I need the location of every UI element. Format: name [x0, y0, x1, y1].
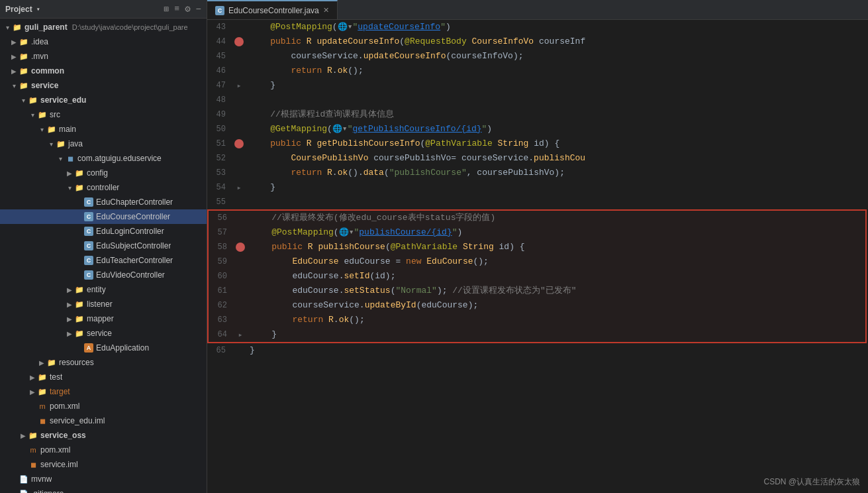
code-line-53: 53 return R.ok().data("publishCourse", c… — [207, 166, 868, 180]
watermark: CSDN @认真生活的灰太狼 — [763, 476, 860, 488]
code-editor[interactable]: 43 @PostMapping(🌐▾"updateCourseInfo") 44… — [207, 20, 868, 493]
project-dropdown-arrow[interactable]: ▾ — [36, 5, 40, 13]
sidebar-item-service-oss[interactable]: ▶ 📁 service_oss — [0, 428, 207, 443]
tab-bar: C EduCourseController.java ✕ — [207, 0, 868, 20]
code-line-55: 55 — [207, 195, 868, 209]
main-area: C EduCourseController.java ✕ 43 @PostMap… — [207, 0, 868, 493]
sidebar-item-service-edu-iml[interactable]: ◼ service_edu.iml — [0, 413, 207, 428]
sidebar-item-controller[interactable]: ▾ 📁 controller — [0, 180, 207, 195]
sidebar-item-pom-xml[interactable]: m pom.xml — [0, 399, 207, 413]
code-line-47: 47 ▸ } — [207, 78, 868, 93]
sidebar-item-config[interactable]: ▶ 📁 config — [0, 166, 207, 180]
sidebar-item-service-iml[interactable]: ◼ service.iml — [0, 457, 207, 472]
code-line-52: 52 CoursePublishVo coursePublishVo= cour… — [207, 151, 868, 166]
code-line-62: 62 courseService.updateById(eduCourse); — [209, 298, 865, 313]
sidebar-item-src[interactable]: ▾ 📁 src — [0, 107, 207, 122]
tab-edu-course-controller[interactable]: C EduCourseController.java ✕ — [207, 0, 338, 19]
sidebar-item-test[interactable]: ▶ 📁 test — [0, 370, 207, 384]
sidebar-item-entity[interactable]: ▶ 📁 entity — [0, 282, 207, 297]
sidebar-item-service-edu[interactable]: ▾ 📁 service_edu — [0, 93, 207, 107]
code-line-63: 63 return R.ok(); — [209, 313, 865, 327]
sidebar-tree: ▾ 📁 guli_parent D:\study\java\code\proje… — [0, 19, 207, 493]
code-line-59: 59 EduCourse eduCourse = new EduCourse()… — [209, 254, 865, 269]
sidebar-item-guli-parent[interactable]: ▾ 📁 guli_parent D:\study\java\code\proje… — [0, 20, 207, 34]
sidebar-item-resources[interactable]: ▶ 📁 resources — [0, 355, 207, 370]
sidebar-item-mvnw[interactable]: 📄 mvnw — [0, 472, 207, 486]
code-line-49: 49 //根据课程id查询课程具体信息 — [207, 107, 868, 122]
sidebar-item-gitignore[interactable]: 📄 .gitignore — [0, 486, 207, 493]
highlight-region: 56 //课程最终发布(修改edu_course表中status字段的值) 57… — [207, 209, 867, 343]
sidebar-item-mapper[interactable]: ▶ 📁 mapper — [0, 311, 207, 326]
code-line-56: 56 //课程最终发布(修改edu_course表中status字段的值) — [209, 211, 865, 225]
code-line-54: 54 ▸ } — [207, 180, 868, 195]
code-line-60: 60 eduCourse.setId(id); — [209, 269, 865, 284]
tab-close-btn[interactable]: ✕ — [323, 6, 329, 15]
sidebar-item-idea[interactable]: ▶ 📁 .idea — [0, 34, 207, 49]
sidebar-header: Project ▾ ⊞ ≡ ⚙ − — [0, 0, 207, 19]
code-line-58: 58 public R publishCourse(@PathVariable … — [209, 240, 865, 254]
sidebar-item-mvn[interactable]: ▶ 📁 .mvn — [0, 49, 207, 64]
code-line-65: 65 } — [207, 343, 868, 358]
settings-icon[interactable]: ⚙ — [185, 3, 190, 15]
code-line-45: 45 courseService.updateCourseInfo(course… — [207, 49, 868, 64]
sidebar-item-main[interactable]: ▾ 📁 main — [0, 122, 207, 137]
code-line-61: 61 eduCourse.setStatus("Normal"); //设置课程… — [209, 284, 865, 298]
sidebar-item-listener[interactable]: ▶ 📁 listener — [0, 297, 207, 311]
code-line-44: 44 public R updateCourseInfo(@RequestBod… — [207, 34, 868, 49]
sidebar-title: Project — [5, 5, 32, 14]
sidebar-item-edu-login-controller[interactable]: C EduLoginController — [0, 224, 207, 239]
sidebar-item-pom-xml-service[interactable]: m pom.xml — [0, 443, 207, 457]
code-line-57: 57 @PostMapping(🌐▾"publishCourse/{id}") — [209, 225, 865, 240]
sidebar-item-edu-teacher-controller[interactable]: C EduTeacherController — [0, 253, 207, 268]
code-line-46: 46 return R.ok(); — [207, 64, 868, 78]
code-line-48: 48 — [207, 93, 868, 107]
sidebar-item-package[interactable]: ▾ ◼ com.atguigu.eduservice — [0, 151, 207, 166]
sidebar-item-edu-course-controller[interactable]: C EduCourseController — [0, 209, 207, 224]
code-line-64: 64 ▸ } — [209, 327, 865, 342]
sidebar-item-edu-video-controller[interactable]: C EduVideoController — [0, 268, 207, 282]
sidebar-item-edu-chapter-controller[interactable]: C EduChapterController — [0, 195, 207, 209]
code-line-51: 51 public R getPublishCourseInfo(@PathVa… — [207, 137, 868, 151]
sidebar-item-service-sub[interactable]: ▶ 📁 service — [0, 326, 207, 341]
sidebar-item-java[interactable]: ▾ 📁 java — [0, 137, 207, 151]
sidebar-item-service[interactable]: ▾ 📁 service — [0, 78, 207, 93]
collapse-icon[interactable]: ≡ — [174, 4, 179, 14]
new-window-icon[interactable]: ⊞ — [164, 4, 169, 15]
sidebar-item-edu-application[interactable]: A EduApplication — [0, 341, 207, 355]
tab-label: EduCourseController.java — [228, 6, 319, 15]
sidebar-item-target[interactable]: ▶ 📁 target — [0, 384, 207, 399]
code-line-50: 50 @GetMapping(🌐▾"getPublishCourseInfo/{… — [207, 122, 868, 137]
sidebar: Project ▾ ⊞ ≡ ⚙ − ▾ 📁 guli_parent D:\stu… — [0, 0, 207, 493]
minimize-icon[interactable]: − — [196, 4, 201, 15]
code-line-43: 43 @PostMapping(🌐▾"updateCourseInfo") — [207, 20, 868, 34]
sidebar-item-edu-subject-controller[interactable]: C EduSubjectController — [0, 239, 207, 253]
sidebar-item-common[interactable]: ▶ 📁 common — [0, 64, 207, 78]
